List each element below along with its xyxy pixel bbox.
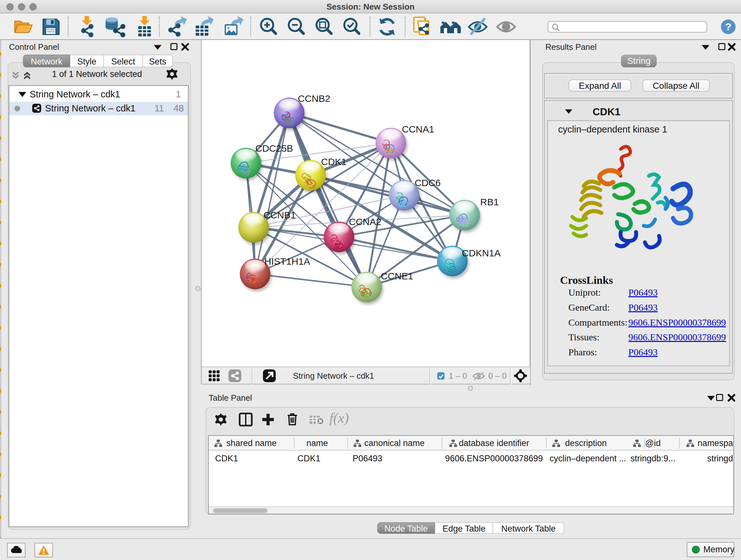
svg-text:HIST1H1A: HIST1H1A: [264, 256, 310, 266]
svg-text:CCNB1: CCNB1: [263, 210, 296, 220]
svg-text:CDK1: CDK1: [321, 157, 347, 167]
svg-text:RB1: RB1: [480, 197, 499, 207]
svg-text:CDC25B: CDC25B: [255, 143, 293, 153]
svg-text:CDKN1A: CDKN1A: [462, 248, 501, 258]
svg-text:CCNB2: CCNB2: [298, 93, 330, 104]
svg-text:CDC6: CDC6: [414, 178, 441, 188]
svg-text:CCNA2: CCNA2: [349, 216, 381, 227]
svg-text:CCNE1: CCNE1: [381, 271, 413, 281]
svg-text:?: ?: [725, 21, 731, 33]
svg-text:CCNA1: CCNA1: [402, 124, 434, 134]
